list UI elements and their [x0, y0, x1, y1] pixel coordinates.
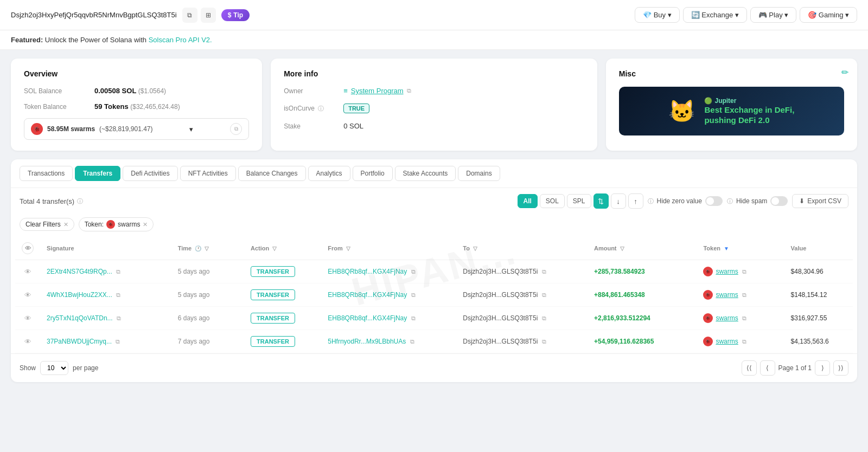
- clear-filters-x[interactable]: ✕: [63, 221, 68, 228]
- row-sig-2: 2ry5TxN1qQoVATDn... ⧉: [40, 307, 171, 330]
- copy-to-icon-0[interactable]: ⧉: [542, 268, 546, 275]
- copy-address-button[interactable]: ⧉: [182, 8, 197, 23]
- row-eye-2[interactable]: 👁: [15, 307, 40, 330]
- copy-to-icon-2[interactable]: ⧉: [542, 315, 546, 321]
- token-cell-link-3[interactable]: swarms: [716, 338, 738, 345]
- system-program-link[interactable]: System Program: [351, 87, 404, 95]
- last-page-button[interactable]: ⟩⟩: [833, 360, 848, 376]
- copy-to-icon-1[interactable]: ⧉: [542, 292, 546, 298]
- direction-up-button[interactable]: ↑: [628, 193, 643, 209]
- row-eye-3[interactable]: 👁: [15, 330, 40, 353]
- tab-stake-accounts[interactable]: Stake Accounts: [395, 166, 456, 181]
- row-to-2: Dsjzh2oj3H...GLSQ3t8T5i ⧉: [456, 307, 588, 330]
- misc-title: Misc: [619, 69, 844, 78]
- per-page-select[interactable]: 10 25 50: [40, 361, 68, 375]
- sig-link-2[interactable]: 2ry5TxN1qQoVATDn...: [47, 314, 113, 322]
- tab-defi-activities[interactable]: Defi Activities: [123, 166, 177, 181]
- from-link-3[interactable]: 5HfrnyodRr...Mx9LBbhUAs: [328, 338, 406, 345]
- tab-transactions[interactable]: Transactions: [20, 166, 73, 181]
- sig-link-0[interactable]: 2EXtr4NS7G4t9RQp...: [47, 268, 112, 275]
- from-filter-icon[interactable]: ▽: [346, 246, 350, 251]
- token-cell-link-1[interactable]: swarms: [716, 291, 738, 299]
- from-link-1[interactable]: EHB8QRb8qf...KGX4FjNay: [328, 291, 407, 299]
- next-page-button[interactable]: ⟩: [815, 360, 830, 376]
- hide-zero-toggle[interactable]: [705, 196, 723, 206]
- copy-token-button[interactable]: ⧉: [230, 123, 242, 135]
- first-page-button[interactable]: ⟨⟨: [742, 360, 757, 376]
- tab-balance-changes[interactable]: Balance Changes: [238, 166, 306, 181]
- row-eye-0[interactable]: 👁: [15, 260, 40, 283]
- copy-from-icon-3[interactable]: ⧉: [410, 338, 414, 345]
- token-filter-tag[interactable]: Token: 🐞 swarms ✕: [79, 217, 154, 231]
- token-filter-active-icon[interactable]: ▼: [724, 246, 729, 251]
- tab-analytics[interactable]: Analytics: [308, 166, 350, 181]
- sig-link-3[interactable]: 37PaNBWDUjjCmyq...: [47, 338, 112, 345]
- featured-bar: Featured: Unlock the Power of Solana wit…: [0, 30, 868, 50]
- tab-transfers[interactable]: Transfers: [75, 166, 120, 181]
- edit-icon[interactable]: ✏: [841, 67, 848, 78]
- row-amount-1: +884,861.465348: [588, 283, 697, 307]
- tip-icon: $: [228, 11, 232, 19]
- copy-token-icon-3[interactable]: ⧉: [742, 338, 746, 345]
- copy-token-icon-2[interactable]: ⧉: [742, 315, 746, 322]
- direction-down-button[interactable]: ↓: [611, 193, 626, 209]
- copy-to-icon-3[interactable]: ⧉: [542, 338, 546, 345]
- token-cell-link-2[interactable]: swarms: [716, 314, 738, 322]
- from-link-0[interactable]: EHB8QRb8qf...KGX4FjNay: [328, 268, 407, 275]
- copy-token-icon-1[interactable]: ⧉: [742, 292, 746, 299]
- copy-sig-icon-3[interactable]: ⧉: [116, 338, 120, 345]
- eye-icon-3[interactable]: 👁: [24, 338, 31, 346]
- copy-token-icon-0[interactable]: ⧉: [742, 268, 746, 275]
- from-link-2[interactable]: EHB8QRb8qf...KGX4FjNay: [328, 314, 407, 322]
- eye-icon-2[interactable]: 👁: [24, 314, 31, 322]
- qr-code-button[interactable]: ⊞: [201, 8, 216, 23]
- token-selector[interactable]: 🐞 58.95M swarms (~$28,819,901.47) ▾ ⧉: [24, 118, 249, 140]
- prev-page-button[interactable]: ⟨: [760, 360, 775, 376]
- tip-badge[interactable]: $ Tip: [221, 9, 250, 21]
- copy-from-icon-2[interactable]: ⧉: [411, 315, 416, 321]
- filter-sol-button[interactable]: SOL: [540, 194, 565, 208]
- export-csv-button[interactable]: ⬇ Export CSV: [792, 194, 848, 208]
- time-filter-icon[interactable]: ▽: [205, 246, 209, 251]
- copy-from-icon-0[interactable]: ⧉: [411, 268, 416, 275]
- sig-link-1[interactable]: 4WhX1BwjHouZ2XX...: [47, 291, 112, 299]
- hide-spam-info-icon: ⓘ: [727, 197, 733, 205]
- token-cell-link-0[interactable]: swarms: [716, 268, 738, 275]
- copy-owner-icon[interactable]: ⧉: [407, 87, 411, 94]
- hide-spam-toggle[interactable]: [770, 196, 788, 206]
- copy-from-icon-1[interactable]: ⧉: [411, 292, 416, 298]
- row-eye-1[interactable]: 👁: [15, 283, 40, 307]
- filter-spl-button[interactable]: SPL: [567, 194, 591, 208]
- action-filter-icon[interactable]: ▽: [272, 246, 277, 251]
- token-balance-row: Token Balance 59 Tokens ($32,465,624.48): [24, 102, 249, 111]
- tab-portfolio[interactable]: Portfolio: [353, 166, 393, 181]
- page-controls: ⟨⟨ ⟨ Page 1 of 1 ⟩ ⟩⟩: [742, 360, 848, 376]
- featured-link[interactable]: Solscan Pro API V2.: [149, 36, 212, 44]
- exchange-nav-button[interactable]: 🔄 Exchange ▾: [683, 7, 747, 23]
- buy-nav-button[interactable]: 💎 Buy ▾: [635, 7, 680, 23]
- true-badge: TRUE: [343, 104, 369, 113]
- row-value-0: $48,304.96: [784, 260, 853, 283]
- value-text-3: $4,135,563.6: [791, 338, 829, 345]
- misc-banner[interactable]: 🐱 🟢 Jupiter Best Exchange in DeFi,pushin…: [619, 87, 844, 135]
- eye-icon-1[interactable]: 👁: [24, 291, 31, 299]
- play-nav-button[interactable]: 🎮 Play ▾: [750, 7, 797, 23]
- tab-domains[interactable]: Domains: [458, 166, 500, 181]
- show-label: Show: [20, 364, 36, 372]
- tab-nft-activities[interactable]: NFT Activities: [180, 166, 236, 181]
- eye-icon-0[interactable]: 👁: [24, 268, 31, 276]
- clear-filters-tag[interactable]: Clear Filters ✕: [20, 218, 74, 231]
- amount-filter-icon[interactable]: ▽: [620, 246, 624, 251]
- eye-header-icon[interactable]: 👁: [22, 242, 34, 254]
- time-clock-icon[interactable]: 🕐: [195, 246, 201, 251]
- copy-sig-icon-2[interactable]: ⧉: [117, 315, 121, 321]
- gaming-nav-button[interactable]: 🎯 Gaming ▾: [800, 7, 857, 23]
- token-balance-usd: ($32,465,624.48): [130, 103, 180, 111]
- direction-both-button[interactable]: ⇅: [593, 193, 609, 209]
- copy-sig-icon-0[interactable]: ⧉: [116, 268, 120, 275]
- token-filter-x[interactable]: ✕: [143, 221, 148, 228]
- copy-sig-icon-1[interactable]: ⧉: [116, 292, 120, 298]
- to-filter-icon[interactable]: ▽: [473, 246, 477, 251]
- filter-all-button[interactable]: All: [518, 194, 538, 208]
- row-token-2: 🐞 swarms ⧉: [697, 307, 784, 330]
